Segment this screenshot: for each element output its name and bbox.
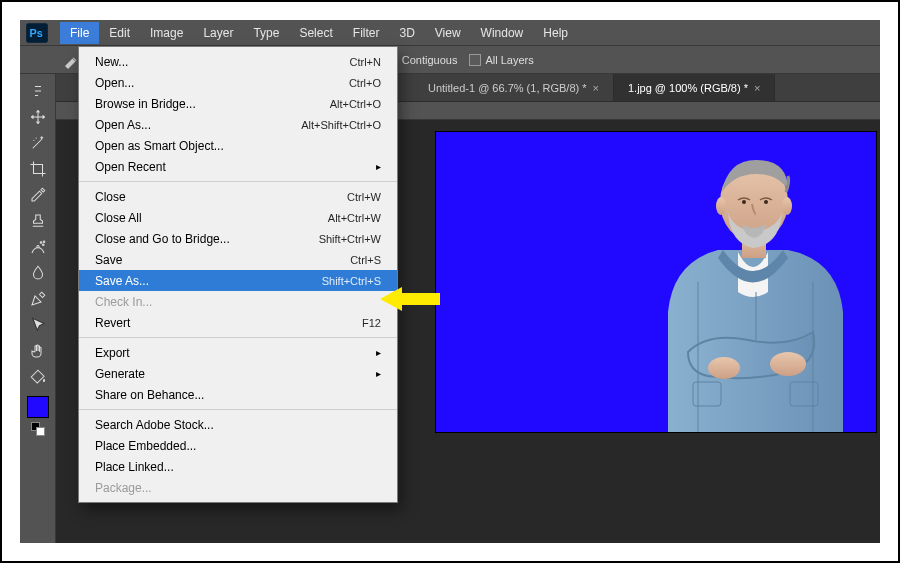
menu-item-close-all[interactable]: Close AllAlt+Ctrl+W <box>79 207 397 228</box>
menu-layer[interactable]: Layer <box>193 22 243 44</box>
svg-point-12 <box>764 200 768 204</box>
menu-item-shortcut: Ctrl+O <box>349 77 381 89</box>
menu-item-shortcut: Alt+Shift+Ctrl+O <box>301 119 381 131</box>
menu-item-label: New... <box>95 55 350 69</box>
menu-item-shortcut: Ctrl+N <box>350 56 381 68</box>
photoshop-window: Ps FileEditImageLayerTypeSelectFilter3DV… <box>20 20 880 543</box>
stamp-tool-icon[interactable] <box>23 208 53 234</box>
menu-item-label: Place Embedded... <box>95 439 381 453</box>
svg-point-9 <box>716 197 726 215</box>
menu-item-shortcut: Shift+Ctrl+W <box>319 233 381 245</box>
menu-item-open[interactable]: Open...Ctrl+O <box>79 72 397 93</box>
foreground-color-swatch[interactable] <box>27 396 49 418</box>
menu-file[interactable]: File <box>60 22 99 44</box>
menu-item-label: Save As... <box>95 274 322 288</box>
menu-3d[interactable]: 3D <box>389 22 424 44</box>
bucket-tool-icon[interactable] <box>23 364 53 390</box>
default-colors-icon[interactable] <box>31 422 45 436</box>
hand-tool-icon[interactable] <box>23 338 53 364</box>
menu-item-label: Browse in Bridge... <box>95 97 330 111</box>
close-icon[interactable]: × <box>754 82 760 94</box>
menu-item-check-in: Check In... <box>79 291 397 312</box>
menu-item-label: Open As... <box>95 118 301 132</box>
menu-item-label: Close All <box>95 211 328 225</box>
menu-item-open-recent[interactable]: Open Recent <box>79 156 397 177</box>
menu-item-label: Search Adobe Stock... <box>95 418 381 432</box>
svg-point-3 <box>42 244 44 246</box>
menu-item-label: Generate <box>95 367 364 381</box>
menu-item-label: Export <box>95 346 364 360</box>
blur-tool-icon[interactable] <box>23 260 53 286</box>
svg-point-10 <box>782 197 792 215</box>
menu-item-close[interactable]: CloseCtrl+W <box>79 186 397 207</box>
magic-wand-tool-icon[interactable] <box>23 130 53 156</box>
move-tool-icon[interactable] <box>23 104 53 130</box>
menu-item-shortcut: Ctrl+W <box>347 191 381 203</box>
menu-image[interactable]: Image <box>140 22 193 44</box>
menu-edit[interactable]: Edit <box>99 22 140 44</box>
menu-item-package: Package... <box>79 477 397 498</box>
menu-item-save[interactable]: SaveCtrl+S <box>79 249 397 270</box>
document-canvas[interactable] <box>436 132 876 432</box>
file-menu-dropdown: New...Ctrl+NOpen...Ctrl+OBrowse in Bridg… <box>78 46 398 503</box>
svg-point-5 <box>770 352 806 376</box>
menu-item-label: Save <box>95 253 350 267</box>
menu-help[interactable]: Help <box>533 22 578 44</box>
menu-item-label: Revert <box>95 316 362 330</box>
crop-tool-icon[interactable] <box>23 156 53 182</box>
menu-select[interactable]: Select <box>289 22 342 44</box>
menu-item-place-embedded[interactable]: Place Embedded... <box>79 435 397 456</box>
menu-item-share-on-behance[interactable]: Share on Behance... <box>79 384 397 405</box>
tab-title: 1.jpg @ 100% (RGB/8) * <box>628 82 748 94</box>
tools-panel <box>20 74 56 543</box>
menu-item-label: Close and Go to Bridge... <box>95 232 319 246</box>
menu-item-shortcut: Shift+Ctrl+S <box>322 275 381 287</box>
document-tab[interactable]: 1.jpg @ 100% (RGB/8) *× <box>614 74 775 101</box>
menu-item-label: Open... <box>95 76 349 90</box>
all-layers-checkbox[interactable]: All Layers <box>469 54 533 66</box>
healing-brush-tool-icon[interactable] <box>23 234 53 260</box>
menu-item-place-linked[interactable]: Place Linked... <box>79 456 397 477</box>
subject-photo <box>638 132 868 432</box>
menu-item-revert[interactable]: RevertF12 <box>79 312 397 333</box>
svg-point-6 <box>708 357 740 379</box>
menubar: Ps FileEditImageLayerTypeSelectFilter3DV… <box>20 20 880 46</box>
menu-item-open-as[interactable]: Open As...Alt+Shift+Ctrl+O <box>79 114 397 135</box>
menu-item-new[interactable]: New...Ctrl+N <box>79 51 397 72</box>
menu-item-label: Check In... <box>95 295 381 309</box>
menu-item-label: Open as Smart Object... <box>95 139 381 153</box>
menu-view[interactable]: View <box>425 22 471 44</box>
path-select-tool-icon[interactable] <box>23 312 53 338</box>
menu-item-label: Share on Behance... <box>95 388 381 402</box>
svg-point-4 <box>43 241 45 243</box>
menu-item-label: Place Linked... <box>95 460 381 474</box>
eyedropper-tool-icon[interactable] <box>23 182 53 208</box>
annotation-arrow-icon <box>380 287 440 311</box>
menu-filter[interactable]: Filter <box>343 22 390 44</box>
menu-item-search-adobe-stock[interactable]: Search Adobe Stock... <box>79 414 397 435</box>
doc-collapse-icon[interactable] <box>23 78 53 104</box>
menu-window[interactable]: Window <box>471 22 534 44</box>
menu-item-label: Package... <box>95 481 381 495</box>
svg-text:Ps: Ps <box>29 27 42 39</box>
contiguous-label: Contiguous <box>402 54 458 66</box>
checkbox-icon[interactable] <box>469 54 481 66</box>
menu-item-shortcut: F12 <box>362 317 381 329</box>
menu-item-export[interactable]: Export <box>79 342 397 363</box>
all-layers-label: All Layers <box>485 54 533 66</box>
menu-item-open-as-smart-object[interactable]: Open as Smart Object... <box>79 135 397 156</box>
document-tab[interactable]: Untitled-1 @ 66.7% (1, RGB/8) *× <box>414 74 614 101</box>
menu-item-close-and-go-to-bridge[interactable]: Close and Go to Bridge...Shift+Ctrl+W <box>79 228 397 249</box>
menu-item-shortcut: Ctrl+S <box>350 254 381 266</box>
menu-item-label: Close <box>95 190 347 204</box>
menu-item-generate[interactable]: Generate <box>79 363 397 384</box>
menu-item-save-as[interactable]: Save As...Shift+Ctrl+S <box>79 270 397 291</box>
pen-tool-icon[interactable] <box>23 286 53 312</box>
menu-item-browse-in-bridge[interactable]: Browse in Bridge...Alt+Ctrl+O <box>79 93 397 114</box>
menu-type[interactable]: Type <box>243 22 289 44</box>
svg-point-11 <box>742 200 746 204</box>
menu-item-label: Open Recent <box>95 160 364 174</box>
close-icon[interactable]: × <box>593 82 599 94</box>
menu-item-shortcut: Alt+Ctrl+W <box>328 212 381 224</box>
photoshop-logo-icon: Ps <box>24 23 50 43</box>
